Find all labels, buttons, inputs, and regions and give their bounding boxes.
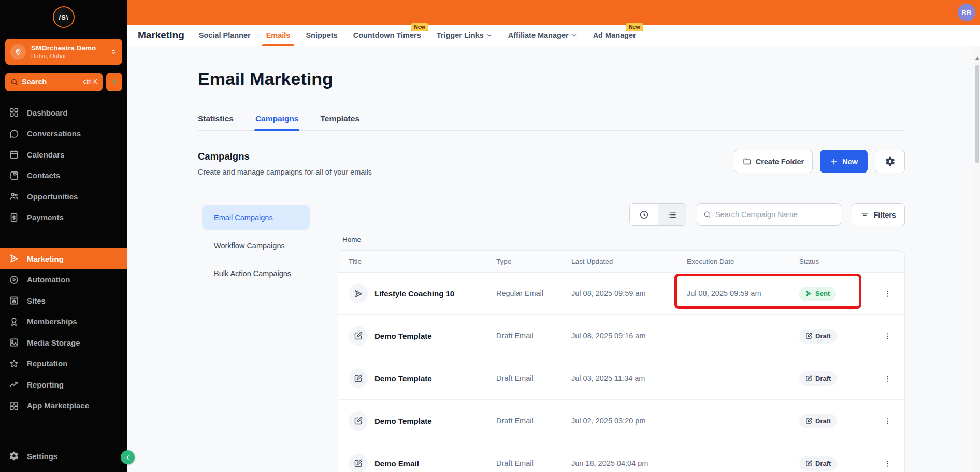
sidebar-nav: Dashboard Conversations Calendars Contac… — [0, 102, 127, 416]
tab-ad-manager[interactable]: Ad Manager New — [593, 31, 636, 39]
sidebar-item-settings[interactable]: Settings — [0, 446, 127, 466]
sidebar-item-reputation[interactable]: Reputation — [0, 353, 127, 375]
table-row[interactable]: Demo Template Draft Email Jul 08, 2025 0… — [338, 315, 904, 357]
scrollbar-thumb[interactable] — [975, 65, 979, 163]
create-folder-button[interactable]: Create Folder — [734, 150, 813, 173]
chevron-down-icon — [486, 32, 493, 39]
kebab-menu-icon — [884, 374, 892, 383]
campaign-title: Demo Email — [374, 459, 419, 468]
sidebar-search[interactable]: ctrl K — [5, 73, 103, 91]
tab-affiliate-manager[interactable]: Affiliate Manager — [508, 31, 578, 39]
scroll-up-arrow-icon[interactable] — [975, 56, 979, 60]
campaign-type: Regular Email — [496, 288, 546, 299]
topnav-title: Marketing — [138, 30, 184, 41]
new-button[interactable]: New — [820, 150, 868, 173]
campaign-settings-button[interactable] — [875, 150, 905, 173]
last-updated: Jul 08, 2025 09:16 am — [571, 330, 653, 342]
campaign-type-subnav: Email Campaigns Workflow Campaigns Bulk … — [202, 205, 310, 289]
chevron-left-icon — [125, 454, 131, 461]
sidebar-item-calendars[interactable]: Calendars — [0, 144, 127, 165]
table-header: Title Type Last Updated Execution Date S… — [338, 251, 904, 273]
sidebar-search-input[interactable] — [22, 78, 68, 86]
sidebar-item-label: Reputation — [27, 359, 67, 368]
row-menu-button[interactable] — [871, 459, 904, 468]
sidebar: /S\ SMOrchestra Demo Dubai, Dubai ctrl K… — [0, 0, 127, 472]
status-badge: Draft — [799, 414, 837, 428]
subnav-email-campaigns[interactable]: Email Campaigns — [202, 205, 310, 230]
sidebar-item-label: Sites — [27, 296, 46, 305]
subnav-workflow-campaigns[interactable]: Workflow Campaigns — [202, 233, 310, 258]
last-updated: Jul 08, 2025 09:59 am — [571, 288, 653, 299]
sidebar-item-media-storage[interactable]: Media Storage — [0, 332, 127, 353]
sidebar-item-payments[interactable]: Payments — [0, 207, 127, 228]
contacts-book-icon — [9, 170, 19, 181]
row-menu-button[interactable] — [871, 332, 904, 341]
table-row[interactable]: Lifestyle Coaching 10 Regular Email Jul … — [338, 273, 904, 315]
account-location: Dubai, Dubai — [31, 52, 96, 60]
send-icon — [349, 284, 368, 303]
row-menu-button[interactable] — [871, 374, 904, 383]
subnav-bulk-action-campaigns[interactable]: Bulk Action Campaigns — [202, 261, 310, 285]
filters-button[interactable]: Filters — [852, 203, 905, 226]
sidebar-item-label: Contacts — [27, 171, 60, 180]
image-icon — [9, 337, 19, 348]
plus-icon — [830, 158, 838, 166]
scheduled-view-button[interactable] — [630, 204, 658, 225]
campaign-title: Demo Template — [374, 332, 432, 340]
tab-emails[interactable]: Emails — [266, 31, 291, 39]
table-row[interactable]: Demo Template Draft Email Jul 03, 2025 1… — [338, 357, 904, 400]
sidebar-item-contacts[interactable]: Contacts — [0, 165, 127, 187]
row-menu-button[interactable] — [871, 417, 904, 426]
sidebar-item-marketing[interactable]: Marketing — [0, 248, 127, 269]
list-view-button[interactable] — [658, 204, 686, 225]
clock-icon — [639, 210, 649, 220]
last-updated: Jul 03, 2025 11:34 am — [571, 373, 653, 384]
tab-campaigns[interactable]: Campaigns — [255, 114, 299, 123]
sidebar-item-automation[interactable]: Automation — [0, 269, 127, 291]
tab-snippets[interactable]: Snippets — [306, 31, 337, 39]
tab-templates[interactable]: Templates — [320, 114, 359, 123]
row-menu-button[interactable] — [871, 289, 904, 298]
tab-social-planner[interactable]: Social Planner — [199, 31, 251, 39]
tab-countdown-timers[interactable]: Countdown Timers New — [353, 31, 421, 39]
col-last-updated: Last Updated — [571, 258, 687, 265]
marketing-subnav: Marketing Social Planner Emails Snippets… — [127, 25, 980, 46]
play-circle-icon — [9, 275, 19, 285]
bolt-icon — [111, 78, 118, 86]
kebab-menu-icon — [884, 417, 892, 426]
account-switcher[interactable]: SMOrchestra Demo Dubai, Dubai — [5, 39, 122, 65]
sidebar-item-dashboard[interactable]: Dashboard — [0, 102, 127, 123]
sidebar-item-label: Calendars — [27, 150, 65, 159]
kebab-menu-icon — [884, 459, 892, 468]
sidebar-item-memberships[interactable]: Memberships — [0, 311, 127, 333]
page-scrollbar[interactable] — [974, 46, 980, 472]
sidebar-item-reporting[interactable]: Reporting — [0, 374, 127, 395]
main-content: Email Marketing Statistics Campaigns Tem… — [127, 46, 980, 472]
section-subtitle: Create and manage campaigns for all of y… — [198, 168, 372, 176]
campaign-search[interactable] — [697, 203, 841, 226]
sidebar-item-conversations[interactable]: Conversations — [0, 123, 127, 145]
campaign-title: Lifestyle Coaching 10 — [374, 289, 454, 298]
col-status: Status — [799, 258, 871, 265]
edit-icon — [349, 411, 368, 431]
dashboard-grid-icon — [9, 107, 19, 118]
edit-icon — [805, 418, 812, 424]
chat-bubble-icon — [9, 128, 19, 139]
page-tabs: Statistics Campaigns Templates — [198, 114, 905, 131]
sidebar-collapse-button[interactable] — [121, 450, 135, 464]
sidebar-item-app-marketplace[interactable]: App Marketplace — [0, 395, 127, 417]
browser-globe-icon — [9, 295, 19, 306]
user-avatar[interactable]: RR — [958, 4, 975, 21]
sidebar-item-label: Opportunities — [27, 192, 78, 201]
table-row[interactable]: Demo Email Draft Email Jun 18, 2025 04:0… — [338, 442, 904, 472]
sidebar-item-opportunities[interactable]: Opportunities — [0, 186, 127, 207]
tab-trigger-links[interactable]: Trigger Links — [437, 31, 493, 39]
table-row[interactable]: Demo Template Draft Email Jul 02, 2025 0… — [338, 400, 904, 442]
campaign-search-input[interactable] — [715, 210, 834, 219]
quick-actions-button[interactable] — [106, 73, 122, 91]
status-badge: Draft — [799, 456, 837, 471]
tab-statistics[interactable]: Statistics — [198, 114, 234, 123]
sidebar-item-sites[interactable]: Sites — [0, 290, 127, 311]
campaign-type: Draft Email — [496, 415, 546, 427]
breadcrumb[interactable]: Home — [342, 236, 361, 244]
